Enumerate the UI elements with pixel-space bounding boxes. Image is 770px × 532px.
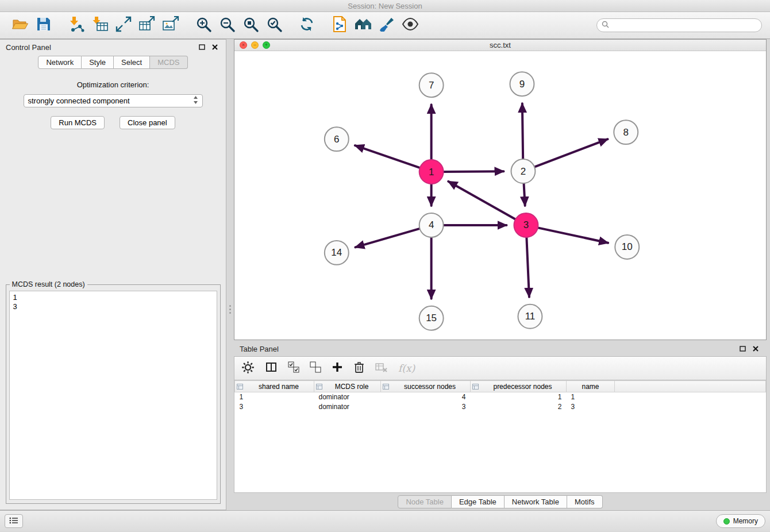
maximize-window-icon[interactable]: + [263,41,270,49]
network-arrows-icon [116,16,132,34]
refresh-button[interactable] [295,14,318,36]
gear-icon [241,361,255,376]
graph-node-9[interactable]: 9 [510,72,534,96]
tab-network-table[interactable]: Network Table [505,495,567,508]
show-columns-button[interactable] [265,361,278,375]
zoom-fit-button[interactable] [238,14,262,36]
clone-network-button[interactable] [328,14,351,36]
float-table-panel-icon[interactable] [737,344,748,354]
col-predecessor-nodes[interactable]: predecessor nodes [471,381,567,392]
right-column: × − + scc.txt 7968124314101511 [234,39,770,510]
graph-node-2[interactable]: 2 [511,159,535,183]
graph-node-14[interactable]: 14 [325,241,349,265]
panel-splitter[interactable] [226,39,234,510]
graph-edge-1-2[interactable] [444,171,504,172]
graph-node-8[interactable]: 8 [614,120,638,144]
mcds-panel: Optimization criterion: strongly connect… [0,69,226,510]
open-file-button[interactable] [8,14,32,36]
graph-node-15[interactable]: 15 [419,306,444,330]
float-panel-icon[interactable] [197,42,207,52]
memory-button[interactable]: Memory [716,514,765,528]
zoom-out-button[interactable] [215,14,238,36]
search-input[interactable] [612,21,757,29]
network-canvas[interactable]: 7968124314101511 [234,51,766,340]
col-successor-nodes[interactable]: successor nodes [381,381,471,392]
save-icon [36,17,51,34]
graph-node-label: 8 [623,127,629,138]
columns-icon [265,361,278,375]
import-network-button[interactable] [64,14,88,36]
home-icon [354,17,372,34]
graph-node-7[interactable]: 7 [419,73,444,97]
tab-motifs[interactable]: Motifs [567,495,603,508]
col-shared-name[interactable]: shared name [235,381,314,392]
import-table-button[interactable] [88,14,111,36]
graph-node-6[interactable]: 6 [325,127,349,151]
table-settings-button[interactable] [241,361,255,376]
optimization-value: strongly connected component [28,97,130,105]
show-hide-button[interactable] [398,14,422,36]
node-table[interactable]: shared name MCDS role successor nodes pr… [234,380,767,493]
zoom-selected-button[interactable] [262,14,286,36]
tab-network[interactable]: Network [38,56,82,69]
main-toolbar [0,12,770,39]
table-cell: 1 [235,392,314,402]
save-session-button[interactable] [32,14,55,36]
tab-select[interactable]: Select [114,56,150,69]
mcds-result-group: MCDS result (2 nodes) 1 3 [6,284,221,504]
minimize-window-icon[interactable]: − [251,41,259,49]
select-all-icon [288,361,299,375]
graph-edge-3-1[interactable] [448,182,515,219]
apply-style-button[interactable] [375,14,398,36]
tab-style[interactable]: Style [82,56,114,69]
network-title: scc.txt [490,41,511,49]
table-header-row: shared name MCDS role successor nodes pr… [235,381,766,392]
search-box[interactable] [596,18,762,32]
table-cell: 1 [471,392,567,402]
table-cell: 3 [567,402,615,412]
close-panel-button[interactable]: Close panel [120,116,175,129]
column-grid-icon [237,384,243,390]
run-mcds-button[interactable]: Run MCDS [51,116,105,129]
close-window-icon[interactable]: × [240,41,247,49]
optimization-select[interactable]: strongly connected component [24,94,203,107]
network-arrows-button[interactable] [111,14,135,36]
graph-edge-1-6[interactable] [355,145,420,168]
delete-column-button[interactable] [353,361,365,376]
col-name[interactable]: name [567,381,615,392]
graph-edge-3-10[interactable] [538,228,608,242]
graph-edge-2-8[interactable] [534,139,607,167]
export-image-button[interactable] [159,14,182,36]
graph-edge-2-9[interactable] [522,103,523,159]
graph-node-1[interactable]: 1 [419,160,444,184]
table-cell: 1 [567,392,615,402]
result-line: 1 [13,293,213,302]
graph-edge-4-14[interactable] [355,229,419,248]
table-row[interactable]: 1dominator411 [235,392,766,402]
function-builder-button[interactable]: f(x) [398,363,415,374]
mcds-result-list[interactable]: 1 3 [9,291,217,500]
close-panel-icon[interactable] [210,42,220,52]
delete-table-button[interactable] [375,362,388,375]
col-mcds-role[interactable]: MCDS role [314,381,381,392]
graph-node-4[interactable]: 4 [419,213,444,237]
window-titlebar: Session: New Session [0,0,770,12]
tab-edge-table[interactable]: Edge Table [452,495,505,508]
graph-node-11[interactable]: 11 [518,304,542,329]
add-column-button[interactable] [332,361,343,375]
graph-edge-3-11[interactable] [526,237,529,297]
graph-node-3[interactable]: 3 [514,213,538,237]
zoom-in-button[interactable] [191,14,215,36]
select-all-button[interactable] [288,361,299,375]
graph-edge-2-3[interactable] [524,183,525,206]
table-row[interactable]: 3dominator323 [235,402,766,412]
tab-node-table[interactable]: Node Table [398,495,452,508]
close-table-panel-icon[interactable] [750,344,761,354]
tab-mcds[interactable]: MCDS [150,56,187,69]
home-button[interactable] [351,14,375,36]
graph-node-10[interactable]: 10 [615,235,639,259]
task-history-button[interactable] [5,514,23,528]
graph-node-label: 11 [525,311,536,322]
unselect-all-button[interactable] [310,361,321,375]
export-table-button[interactable] [135,14,159,36]
